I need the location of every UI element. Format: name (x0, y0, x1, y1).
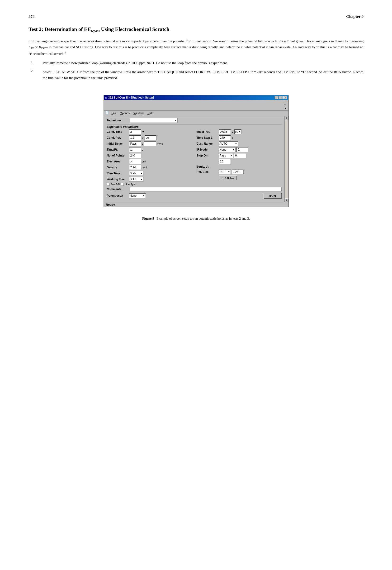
ir-mode-select[interactable]: None ▼ (219, 147, 236, 152)
line-sync-checkbox[interactable] (121, 183, 124, 186)
menu-bar: 📄 File Options Window Help (104, 111, 288, 116)
page-number: 378 (28, 14, 35, 19)
density-label: Density (107, 166, 128, 169)
scroll-up-button[interactable]: ▲ (285, 116, 289, 120)
initial-delay-pass[interactable]: Pass (129, 141, 141, 146)
curr-range-select[interactable]: AUTO ▼ (219, 141, 238, 146)
elec-area-row: Elec. Area .4 cm² (107, 159, 192, 164)
filters-button[interactable]: Filters... (219, 175, 237, 180)
right-scrollbar[interactable]: ▲ ▼ (284, 116, 288, 202)
ir-mode-row: IR Mode None ▼ 0. (196, 147, 281, 152)
cond-time-label: Cond. Time (107, 130, 128, 133)
minimize-button[interactable]: — (275, 96, 279, 99)
title-bar: ⌂ 352 SoftCorr III - [Untitled - Setup] … (104, 95, 288, 100)
menu-help[interactable]: Help (146, 111, 155, 115)
time-pt-unit: s (142, 148, 143, 151)
ref-elec-row: Ref. Elec. SCE ▼ 0.241 (196, 170, 281, 174)
figure-caption-body: Example of screen setup to run potentios… (156, 217, 250, 220)
time-step1-label: Time Step 1 (196, 136, 218, 139)
stop-on-select[interactable]: Pass ▼ (219, 153, 233, 158)
scroll-down-button[interactable]: ▼ (285, 198, 289, 202)
ir-mode-val2[interactable]: 0. (237, 147, 248, 152)
status-bar: Ready (104, 202, 288, 207)
working-elec-row: Working Elec. Solid ▼ (107, 177, 192, 182)
sw-main-content: Technique: ▼ Experiment Parameters (104, 116, 284, 202)
initial-pot-v: V (232, 130, 233, 133)
density-field[interactable]: 7.94 (129, 165, 141, 170)
comments-row: Comments: (107, 187, 281, 191)
density-unit: g/ml (142, 166, 147, 169)
cond-time-field[interactable]: 3 (129, 129, 141, 134)
time-step1-field[interactable]: 240 (219, 135, 231, 140)
equiv-vt-row: Equiv. Vt. (196, 165, 281, 168)
page-header: 378 Chapter 9 (28, 14, 364, 19)
step-2-content: Select FILE, NEW SETUP from the top of t… (43, 69, 364, 81)
rise-time-arrow[interactable]: ▼ (140, 172, 143, 174)
ref-elec-label: Ref. Elec. (196, 170, 218, 174)
child-minimize-button[interactable]: — (284, 100, 287, 103)
filters-row: Filters... (196, 175, 281, 180)
time-pt-row: Time/Pt. 1. s (107, 147, 192, 152)
section-title-text: Test 2: Determination of E (28, 26, 88, 32)
menu-file[interactable]: File (110, 111, 118, 115)
ir-mode-label: IR Mode (196, 148, 218, 151)
cond-pot-field[interactable]: 1.2 (129, 135, 141, 140)
experiment-params-section: Experiment Parameters (107, 124, 281, 128)
menu-options[interactable]: Options (118, 111, 132, 115)
working-elec-select[interactable]: Solid ▼ (129, 177, 143, 182)
stop-on-num-field[interactable]: 25 (219, 159, 231, 164)
step-2: 2. Select FILE, NEW SETUP from the top o… (28, 69, 364, 81)
body-paragraph-1: From an engineering perspective, the rep… (28, 38, 364, 57)
section-title-suffix: Using Electrochemical Scratch (100, 26, 169, 32)
figure-caption: Figure 9 Example of screen setup to run … (28, 217, 364, 221)
curr-range-label: Curr. Range (196, 142, 218, 145)
initial-delay-row: Initial Delay Pass s mV/s (107, 141, 192, 146)
time-pt-field[interactable]: 1. (129, 147, 141, 152)
window-controls[interactable]: — □ ✕ (275, 96, 287, 99)
initial-pot-field[interactable]: 0.035 (219, 129, 231, 134)
sw-body-outer: Technique: ▼ Experiment Parameters (104, 116, 288, 202)
no-points-field[interactable]: 240 (129, 153, 141, 158)
technique-row: Technique: ▼ (107, 118, 281, 123)
initial-pot-label: Initial Pot. (196, 130, 218, 133)
stop-on-val2[interactable]: 0. (234, 153, 246, 158)
equiv-vt-label: Equiv. Vt. (196, 165, 218, 168)
run-button[interactable]: RUN (264, 193, 281, 199)
time-step1-row: Time Step 1 240 s (196, 135, 281, 140)
rise-time-label: Rise Time (107, 172, 128, 175)
maximize-button[interactable]: □ (279, 96, 283, 99)
ref-elec-num[interactable]: 0.241 (232, 170, 244, 174)
curr-range-row: Curr. Range AUTO ▼ (196, 141, 281, 146)
potentiostat-row: Potentiostat None ▼ (107, 193, 146, 198)
step-2-number: 2. (28, 69, 43, 81)
cond-pot-ref-field[interactable]: oc (145, 135, 156, 140)
technique-arrow[interactable]: ▼ (175, 119, 177, 122)
working-elec-arrow[interactable]: ▼ (140, 178, 143, 181)
section-title-subscript: repass (91, 29, 100, 33)
left-col: Cond. Time 3 ▼ Cond. Pot. 1.2 (107, 129, 192, 186)
close-button[interactable]: ✕ (283, 96, 287, 99)
stop-on-row: Stop On Pass ▼ 0. (196, 153, 281, 158)
aus-afd-checkbox[interactable] (107, 183, 110, 186)
potentiostat-label: Potentiostat (107, 194, 128, 197)
rise-time-select[interactable]: Stab. ▼ (129, 171, 143, 176)
software-window: ⌂ 352 SoftCorr III - [Untitled - Setup] … (103, 95, 289, 207)
cond-time-row: Cond. Time 3 ▼ (107, 129, 192, 134)
child-restore-button[interactable]: □ (284, 103, 287, 107)
initial-pot-ref-select[interactable]: oc ▼ (234, 129, 241, 134)
section-title: Test 2: Determination of EErepass Using … (28, 26, 364, 33)
elec-area-field[interactable]: .4 (129, 159, 141, 164)
ref-elec-select[interactable]: SCE ▼ (219, 170, 231, 174)
child-close-button[interactable]: ✕ (284, 107, 287, 110)
aus-linesync-row: Aus A/D Line Sync (107, 183, 192, 186)
comments-field[interactable] (130, 187, 281, 191)
potentiostat-select[interactable]: None ▼ (129, 193, 146, 198)
child-window-controls[interactable]: — □ ✕ (284, 100, 287, 110)
cond-pot-row: Cond. Pot. 1.2 V oc (107, 135, 192, 140)
initial-delay-mvs[interactable] (144, 141, 156, 146)
technique-select[interactable]: ▼ (130, 118, 178, 123)
no-points-label: No. of Points (107, 154, 128, 157)
menu-window[interactable]: Window (132, 111, 146, 115)
cond-time-arrow: ▼ (142, 130, 145, 133)
figure-caption-text (155, 217, 156, 220)
